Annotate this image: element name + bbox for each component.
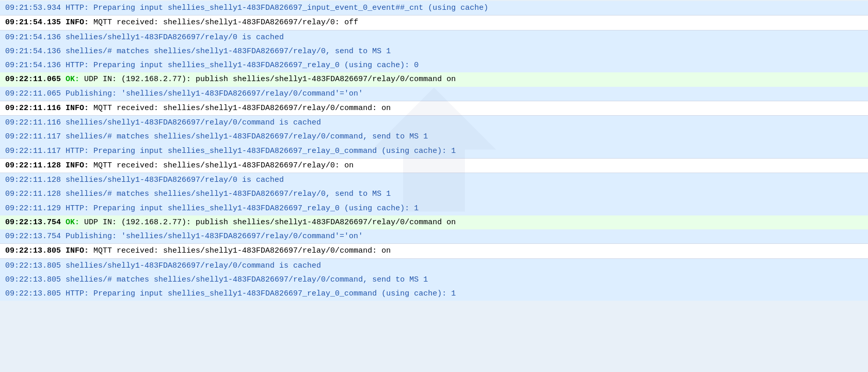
log-line: 09:22:11.065 OK: UDP IN: (192.168.2.77):… (0, 72, 868, 86)
log-content: (192.168.2.77): publish shellies/shelly1… (117, 75, 456, 84)
log-content: Publishing: 'shellies/shelly1-483FDA8266… (61, 232, 363, 241)
log-content: MQTT received: shellies/shelly1-483FDA82… (89, 104, 391, 113)
log-content: HTTP: Preparing input shellies_shelly1-4… (61, 147, 456, 156)
log-timestamp: 09:22:11.065 (5, 89, 61, 98)
log-line: 09:22:13.805 shellies/shelly1-483FDA8266… (0, 259, 868, 273)
log-timestamp: 09:22:13.805 (5, 261, 61, 270)
log-line: 09:22:11.128 shellies/# matches shellies… (0, 187, 868, 201)
log-content: HTTP: Preparing input shellies_shelly1-4… (61, 61, 419, 70)
log-label-info: INFO: (66, 18, 89, 27)
log-line: 09:21:53.934 HTTP: Preparing input shell… (0, 1, 868, 15)
log-timestamp: 09:21:54.136 (5, 61, 61, 70)
log-sublabel: UDP IN: (79, 75, 117, 84)
log-sublabel: UDP IN: (79, 218, 117, 227)
log-line: 09:22:11.116 shellies/shelly1-483FDA8266… (0, 116, 868, 130)
log-label-info: INFO: (66, 104, 89, 113)
log-line: 09:22:11.128 shellies/shelly1-483FDA8266… (0, 173, 868, 187)
log-line: 09:22:13.805 INFO: MQTT received: shelli… (0, 243, 868, 258)
log-content: MQTT received: shellies/shelly1-483FDA82… (89, 161, 353, 170)
log-content: shellies/shelly1-483FDA826697/relay/0/co… (61, 118, 321, 127)
log-timestamp: 09:22:13.805 (5, 246, 66, 255)
log-line: 09:21:54.136 shellies/# matches shellies… (0, 44, 868, 58)
log-content: shellies/shelly1-483FDA826697/relay/0/co… (61, 261, 321, 270)
log-timestamp: 09:22:11.128 (5, 176, 61, 184)
log-content: (192.168.2.77): publish shellies/shelly1… (117, 218, 456, 227)
log-line: 09:22:11.117 HTTP: Preparing input shell… (0, 144, 868, 158)
log-line: 09:22:11.128 INFO: MQTT received: shelli… (0, 158, 868, 173)
log-timestamp: 09:21:54.136 (5, 33, 61, 42)
log-label-ok: OK: (66, 75, 79, 84)
log-timestamp: 09:22:13.805 (5, 289, 61, 298)
log-timestamp: 09:22:11.117 (5, 147, 61, 156)
log-content: HTTP: Preparing input shellies_shelly1-4… (61, 204, 419, 213)
log-timestamp: 09:22:11.117 (5, 132, 61, 141)
log-content: shellies/shelly1-483FDA826697/relay/0 is… (61, 33, 284, 42)
log-timestamp: 09:22:13.754 (5, 232, 61, 241)
log-content: HTTP: Preparing input shellies_shelly1-4… (61, 289, 456, 298)
log-container: 09:21:53.934 HTTP: Preparing input shell… (0, 0, 868, 302)
log-line: 09:22:11.116 INFO: MQTT received: shelli… (0, 101, 868, 116)
log-line: 09:21:54.135 INFO: MQTT received: shelli… (0, 15, 868, 30)
log-content: shellies/# matches shellies/shelly1-483F… (61, 132, 428, 141)
log-content: Publishing: 'shellies/shelly1-483FDA8266… (61, 89, 363, 98)
log-content: MQTT received: shellies/shelly1-483FDA82… (89, 18, 358, 27)
log-timestamp: 09:21:53.934 (5, 4, 61, 12)
log-label-info: INFO: (66, 161, 89, 170)
log-content: shellies/# matches shellies/shelly1-483F… (61, 47, 391, 56)
log-timestamp: 09:21:54.136 (5, 47, 61, 56)
log-content: MQTT received: shellies/shelly1-483FDA82… (89, 246, 391, 255)
log-timestamp: 09:21:54.135 (5, 18, 66, 27)
log-content: shellies/shelly1-483FDA826697/relay/0 is… (61, 176, 284, 184)
log-line: 09:22:13.805 HTTP: Preparing input shell… (0, 287, 868, 301)
log-timestamp: 09:22:11.116 (5, 118, 61, 127)
log-timestamp: 09:22:11.129 (5, 204, 61, 213)
log-line: 09:21:54.136 shellies/shelly1-483FDA8266… (0, 30, 868, 44)
log-line: 09:22:11.129 HTTP: Preparing input shell… (0, 202, 868, 215)
log-line: 09:22:13.754 Publishing: 'shellies/shell… (0, 229, 868, 243)
log-content: HTTP: Preparing input shellies_shelly1-4… (61, 4, 488, 12)
log-content: shellies/# matches shellies/shelly1-483F… (61, 275, 428, 284)
log-line: 09:22:11.117 shellies/# matches shellies… (0, 130, 868, 144)
log-timestamp: 09:22:11.116 (5, 104, 66, 113)
log-timestamp: 09:22:13.805 (5, 275, 61, 284)
log-timestamp: 09:22:13.754 (5, 218, 66, 227)
log-line: 09:22:11.065 Publishing: 'shellies/shell… (0, 87, 868, 101)
log-label-info: INFO: (66, 246, 89, 255)
log-timestamp: 09:22:11.065 (5, 75, 66, 84)
log-line: 09:22:13.805 shellies/# matches shellies… (0, 273, 868, 287)
log-line: 09:21:54.136 HTTP: Preparing input shell… (0, 58, 868, 72)
log-timestamp: 09:22:11.128 (5, 190, 61, 198)
log-timestamp: 09:22:11.128 (5, 161, 66, 170)
log-label-ok: OK: (66, 218, 79, 227)
log-line: 09:22:13.754 OK: UDP IN: (192.168.2.77):… (0, 215, 868, 229)
log-content: shellies/# matches shellies/shelly1-483F… (61, 190, 391, 198)
